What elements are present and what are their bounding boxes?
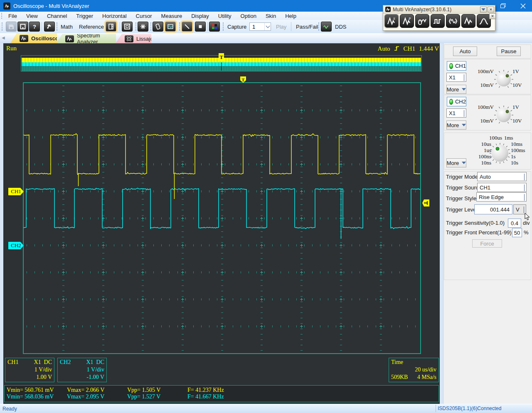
screen-wave-icon[interactable]	[165, 22, 176, 32]
tab-spectrum-analyzer[interactable]: Spectrum Analyzer	[56, 34, 116, 43]
spectrum-p-icon[interactable]: P	[400, 14, 414, 28]
device-icon[interactable]	[153, 22, 163, 32]
float-window-close-button[interactable]: ✕	[488, 7, 494, 12]
toolbar-grip	[135, 22, 136, 31]
trigger-level-readout: 1.444 V	[419, 45, 439, 52]
trigger-style-select[interactable]: Rise Edge	[476, 192, 527, 202]
trigger-source-select[interactable]: CH1	[477, 183, 527, 192]
trigger-front-value: 50	[514, 230, 520, 236]
menu-cursor[interactable]: Cursor	[131, 12, 157, 20]
ch1-more-button[interactable]: More	[446, 85, 466, 94]
ch2-vpp: Vpp= 1.527 V	[127, 393, 160, 400]
save-icon[interactable]	[6, 22, 17, 32]
menu-horizontal[interactable]: Horizontal	[98, 12, 131, 20]
trigger-source-value: CH1	[480, 184, 490, 191]
trigger-front-input[interactable]: 50	[512, 228, 522, 237]
menu-file[interactable]: File	[4, 12, 22, 20]
ch2-more-button[interactable]: More	[446, 120, 466, 130]
tab-bar: ◄ Lissajous Spectrum Analyzer Oscillosco…	[0, 33, 532, 43]
menu-channel[interactable]: Channel	[42, 12, 71, 20]
passfail-button[interactable]: Pass/Fail	[293, 22, 320, 32]
dds-wave-icon[interactable]	[321, 22, 332, 32]
tab-scroll-left-icon[interactable]: ◄	[1, 35, 6, 41]
rise-edge-icon	[394, 45, 400, 53]
time-info-box: Time 20 us/div 509KB4 MSa/s	[389, 358, 439, 382]
dds-button[interactable]: DDS	[332, 22, 349, 32]
oscilloscope-s-icon[interactable]: S	[384, 14, 399, 28]
float-toolbar-close-button[interactable]: ✕	[489, 13, 496, 19]
menu-trigger[interactable]: Trigger	[71, 12, 98, 20]
help-icon[interactable]: ?	[29, 22, 40, 32]
trigger-level-input[interactable]: 001.444	[474, 204, 512, 214]
menu-option[interactable]: Option	[236, 12, 261, 20]
menu-view[interactable]: View	[22, 12, 42, 20]
toolbar-grip	[150, 22, 151, 31]
math-button[interactable]: Math	[58, 22, 75, 32]
timebase-more-label: More	[447, 160, 459, 166]
tab-lissajous[interactable]: Lissajous	[116, 34, 151, 43]
ch1-enable-button[interactable]: CH1	[447, 61, 466, 71]
ch1-volts-knob[interactable]	[494, 69, 514, 89]
help-glyph: ?	[33, 24, 36, 30]
pause-button[interactable]: Pause	[497, 47, 521, 56]
ch2-vmin: Vmin= 568.036 mV	[7, 393, 54, 400]
close-window-button[interactable]	[514, 0, 532, 12]
float-window-titlebar[interactable]: Multi VirAnalyzer(3.10.6.1) ✕	[383, 5, 495, 14]
trigger-level-unit: V	[516, 206, 520, 213]
toolbar-grip	[179, 22, 180, 31]
snapshot-icon[interactable]	[17, 22, 28, 32]
menu-help[interactable]: Help	[281, 12, 301, 20]
auto-button[interactable]: Auto	[453, 47, 477, 56]
menu-skin[interactable]: Skin	[261, 12, 281, 20]
ch2-knob-label-100mv: 100mV	[473, 104, 494, 111]
reference-button[interactable]: Reference	[76, 22, 106, 32]
timebase-knob[interactable]	[489, 142, 511, 165]
square-wave-icon[interactable]	[431, 14, 445, 28]
menu-measure[interactable]: Measure	[157, 12, 187, 20]
trigger-level-label: Trigger Level	[446, 206, 477, 213]
stop-icon[interactable]	[195, 22, 206, 32]
tool-icon[interactable]	[44, 22, 55, 32]
colors-icon[interactable]	[209, 22, 220, 32]
ch1-info-box: CH1X1 DC 1 V/div 1.00 V	[5, 358, 54, 382]
ch2-button-label: CH2	[455, 98, 466, 105]
ch2-info-box: CH2X1 DC 1 V/div -1.00 V	[57, 358, 107, 382]
time-scale: 20 us/div	[391, 366, 436, 374]
restore-window-button[interactable]	[494, 0, 512, 12]
chevron-down-icon	[464, 110, 464, 116]
mouse-wave-icon[interactable]	[415, 14, 429, 28]
overview-trigger-marker[interactable]: T	[219, 53, 224, 61]
force-button[interactable]: Force	[472, 239, 502, 248]
capture-select[interactable]: 1	[249, 22, 271, 31]
tb-label-10ms: 10ms	[511, 141, 522, 148]
timebase-more-button[interactable]: More	[446, 158, 466, 167]
tb-label-1us: 1us	[470, 147, 491, 154]
trigger-mode-select[interactable]: Auto	[477, 172, 527, 181]
ch2-enable-button[interactable]: CH2	[447, 97, 466, 106]
filter-curve-icon[interactable]	[477, 14, 491, 28]
panel-toggle-icon[interactable]	[106, 22, 116, 32]
autoset-icon[interactable]	[138, 22, 148, 32]
trigger-sensitivity-unit: div	[523, 220, 530, 226]
menu-display[interactable]: Display	[187, 12, 214, 20]
line-icon[interactable]	[182, 22, 192, 32]
ch1-probe-select[interactable]: X1	[446, 73, 466, 82]
menu-utility[interactable]: Utility	[214, 12, 236, 20]
tb-label-10us: 10us	[470, 141, 491, 148]
waveform-icon[interactable]	[461, 14, 475, 28]
wave-arrows-icon[interactable]	[446, 14, 460, 28]
left-gutter	[0, 43, 3, 404]
tab-oscilloscope[interactable]: Oscilloscope	[10, 33, 57, 43]
ch2-volts-knob[interactable]	[494, 105, 514, 125]
frame-icon[interactable]	[122, 22, 133, 32]
chevron-down-icon	[524, 174, 525, 180]
float-window-dropdown-button[interactable]	[480, 7, 487, 12]
time-label: Time	[391, 359, 436, 366]
ch2-offset: -1.00 V	[60, 374, 104, 381]
chevron-down-icon	[524, 206, 524, 213]
trigger-mode-label: Trigger Mode	[446, 174, 478, 180]
trigger-style-value: Rise Edge	[479, 194, 504, 200]
trigger-sensitivity-input[interactable]: 0.4	[508, 219, 521, 228]
ch2-probe-select[interactable]: X1	[446, 108, 466, 118]
play-button[interactable]: Play	[273, 22, 289, 32]
